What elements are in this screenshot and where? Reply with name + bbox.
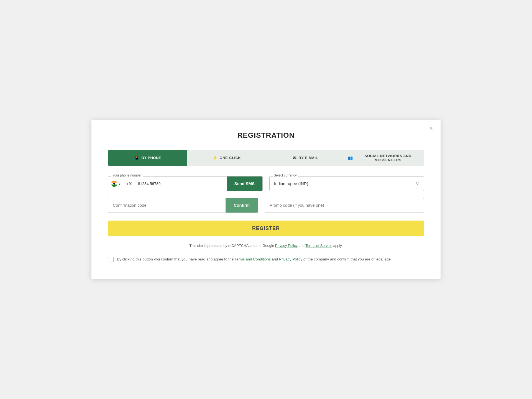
- promo-wrapper: [265, 198, 424, 213]
- captcha-middle: and: [298, 244, 306, 248]
- terms-text: By clicking this button you confirm that…: [117, 256, 391, 262]
- phone-group: Your phone number ∨ +91 Send SMS: [108, 176, 263, 191]
- terms-prefix: By clicking this button you confirm that…: [117, 257, 235, 261]
- country-selector[interactable]: ∨: [108, 177, 124, 191]
- social-icon: 👥: [348, 155, 353, 160]
- india-flag: [111, 181, 117, 187]
- currency-label: Select currency: [273, 173, 298, 177]
- confirmation-code-input[interactable]: [108, 198, 226, 213]
- phone-icon: 📱: [134, 155, 140, 160]
- captcha-notice: This site is protected by reCAPTCHA and …: [108, 243, 424, 249]
- privacy-policy-link[interactable]: Privacy Policy: [275, 244, 298, 248]
- close-button[interactable]: ×: [429, 126, 433, 132]
- tab-one-click[interactable]: ⚡ ONE-CLICK: [187, 150, 266, 166]
- confirmation-wrapper: Confirm: [108, 198, 258, 213]
- terms-suffix: of the company and confirm that you are …: [302, 257, 391, 261]
- tab-by-phone[interactable]: 📱 BY PHONE: [108, 150, 187, 166]
- phone-label: Your phone number: [111, 173, 143, 177]
- tab-by-email-label: BY E-MAIL: [298, 156, 318, 160]
- promo-code-input[interactable]: [270, 203, 419, 208]
- tab-social[interactable]: 👥 SOCIAL NETWORKS AND MESSENGERS: [345, 150, 424, 166]
- terms-middle: and: [271, 257, 279, 261]
- confirm-button[interactable]: Confirm: [226, 198, 258, 213]
- modal-title: REGISTRATION: [108, 131, 424, 140]
- chevron-down-icon: ∨: [118, 181, 121, 186]
- lightning-icon: ⚡: [212, 155, 218, 160]
- registration-tabs: 📱 BY PHONE ⚡ ONE-CLICK ✉ BY E-MAIL 👥 SOC…: [108, 150, 424, 166]
- captcha-prefix: This site is protected by reCAPTCHA and …: [189, 244, 275, 248]
- terms-checkbox[interactable]: [108, 257, 114, 262]
- terms-and-conditions-link[interactable]: Terms and Conditions: [235, 257, 271, 261]
- send-sms-button[interactable]: Send SMS: [227, 176, 262, 191]
- phone-currency-row: Your phone number ∨ +91 Send SMS Select …: [108, 176, 424, 191]
- phone-country-code: +91: [124, 177, 135, 191]
- phone-number-input[interactable]: [135, 177, 227, 191]
- register-button[interactable]: REGISTER: [108, 221, 424, 236]
- terms-privacy-link[interactable]: Privacy Policy: [279, 257, 302, 261]
- tab-one-click-label: ONE-CLICK: [220, 156, 241, 160]
- registration-modal: × REGISTRATION 📱 BY PHONE ⚡ ONE-CLICK ✉ …: [91, 120, 441, 279]
- phone-field-wrapper: ∨ +91 Send SMS: [108, 176, 263, 191]
- confirmation-promo-row: Confirm: [108, 198, 424, 213]
- currency-value: Indian rupee (INR): [274, 181, 416, 186]
- currency-chevron-icon: ∨: [416, 181, 419, 187]
- terms-of-service-link[interactable]: Terms of Service: [305, 244, 332, 248]
- terms-row: By clicking this button you confirm that…: [108, 256, 424, 262]
- email-icon: ✉: [293, 155, 297, 160]
- currency-selector[interactable]: Indian rupee (INR) ∨: [269, 176, 424, 191]
- currency-group: Select currency Indian rupee (INR) ∨: [269, 176, 424, 191]
- captcha-suffix: apply.: [332, 244, 342, 248]
- tab-by-email[interactable]: ✉ BY E-MAIL: [266, 150, 345, 166]
- tab-by-phone-label: BY PHONE: [141, 156, 161, 160]
- tab-social-label: SOCIAL NETWORKS AND MESSENGERS: [355, 154, 421, 162]
